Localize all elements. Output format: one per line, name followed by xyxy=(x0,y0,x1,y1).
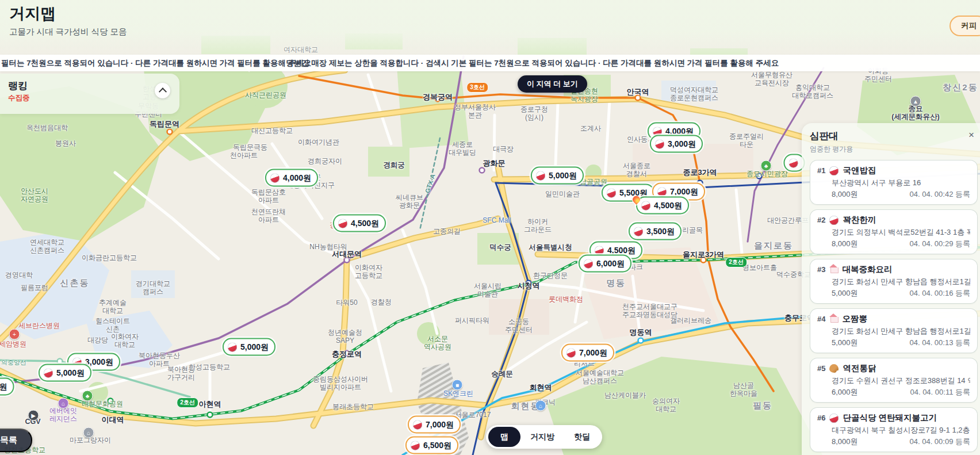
judge-list-item[interactable]: #5역전통닭경기도 수원시 권선구 정조로388번길 14 역전통닭6,000원… xyxy=(810,358,978,403)
ranking-panel: 랭킹 수집중 xyxy=(0,74,179,114)
price-marker[interactable]: 3,000원 xyxy=(650,135,703,153)
coffee-filter-button[interactable]: 커피 xyxy=(950,16,980,36)
registered-time: 04. 04. 00:13 등록 xyxy=(909,338,970,348)
bowl-logo-icon xyxy=(413,420,422,429)
ball-icon xyxy=(829,216,839,225)
chevron-up-icon xyxy=(158,87,166,95)
rank-label: #5 xyxy=(817,364,825,373)
judge-list-item[interactable]: #6단골식당 연탄돼지불고기대구광역시 북구 칠성시장로7길 9-1 1,2층8… xyxy=(810,407,978,452)
price-marker[interactable]: 4,000원 xyxy=(265,169,318,187)
restaurant-name: 꽉찬한끼 xyxy=(843,215,876,225)
price-marker[interactable]: 5,000원 xyxy=(223,338,275,356)
price-marker[interactable]: 5,000원 xyxy=(39,364,91,382)
nav-tab-맵[interactable]: 맵 xyxy=(488,427,520,447)
price-marker[interactable]: 3,500원 xyxy=(629,223,682,240)
judge-list-item[interactable]: #3대복중화요리경기도 화성시 만세구 향남읍 행정서로1길 13-15 1층…… xyxy=(810,259,978,304)
notice-ticker: 필터는 7천원으로 적용되어 있습니다 · 다른 가격대를 원하시면 가격 필터… xyxy=(0,55,980,71)
bowl-logo-icon xyxy=(595,246,604,255)
bowl-logo-icon xyxy=(44,368,53,377)
rank-label: #1 xyxy=(817,166,825,175)
rank-label: #6 xyxy=(817,414,825,422)
ticker-message-right: 당분간 매장 제보는 상한을 적용합니다 · 검색시 기본 필터는 7천원으로 … xyxy=(286,58,779,68)
price-marker[interactable]: 6,500원 xyxy=(405,437,458,454)
bowl-logo-icon xyxy=(338,219,347,228)
price-marker[interactable]: 6,000원 xyxy=(579,255,631,273)
price-marker[interactable]: 5,000원 xyxy=(531,167,584,185)
rank-label: #3 xyxy=(817,265,825,274)
gejimap-app: 여자대학교한성과학고등학교무악동주민센터사직근린공원옥천범음대학봉원사안산도시자… xyxy=(0,0,980,455)
house-icon xyxy=(829,316,838,323)
marker-price-label: 5,000원 xyxy=(549,170,577,181)
marker-price-label: 4,500원 xyxy=(654,200,682,211)
marker-price-label: 원 xyxy=(0,381,7,392)
price-marker[interactable]: 7,000원 xyxy=(408,416,461,434)
restaurant-name: 국앤밥집 xyxy=(843,165,876,176)
marker-price-label: 5,000원 xyxy=(56,368,85,378)
ball-icon xyxy=(829,414,839,423)
judge-item-header: #4오짬뽕 xyxy=(817,313,970,324)
marker-price-label: 4,500원 xyxy=(607,245,636,255)
nav-tab-거지방[interactable]: 거지방 xyxy=(520,427,564,447)
close-icon[interactable]: × xyxy=(968,130,974,140)
bowl-logo-icon xyxy=(789,158,798,167)
ticker-message-left: 필터는 7천원으로 적용되어 있습니다 · 다른 가격대를 원하시면 가격 필터… xyxy=(1,58,311,68)
marker-price-label: 7,000원 xyxy=(426,419,454,430)
judge-item-meta: 8,000원04. 04. 00:09 등록 xyxy=(832,437,970,447)
ball-icon xyxy=(829,166,839,175)
restaurant-name: 대복중화요리 xyxy=(842,264,892,275)
judge-panel: 심판대 엄중한 평가용 × #1국앤밥집부산광역시 서구 부용로 168,000… xyxy=(802,123,980,455)
judge-item-meta: 5,000원04. 04. 00:16 등록 xyxy=(832,288,970,299)
price-value: 5,000원 xyxy=(832,288,858,299)
marker-price-label: 7,000원 xyxy=(579,347,607,358)
marker-price-label: 6,000원 xyxy=(596,258,625,269)
marker-price-label: 5,000원 xyxy=(240,342,269,352)
judge-panel-sub: 엄중한 평가용 xyxy=(810,144,978,154)
price-value: 5,000원 xyxy=(832,338,858,348)
judge-list-item[interactable]: #4오짬뽕경기도 화성시 만세구 향남읍 행정서로1길 31-22 1층…5,0… xyxy=(810,308,978,353)
judge-item-header: #6단골식당 연탄돼지불고기 xyxy=(817,412,970,423)
restaurant-address: 부산광역시 서구 부용로 16 xyxy=(832,178,970,188)
judge-item-header: #1국앤밥집 xyxy=(817,165,970,176)
judge-item-meta: 8,000원04. 04. 00:42 등록 xyxy=(832,189,970,200)
marker-price-label: 6,500원 xyxy=(423,440,451,450)
price-value: 8,000원 xyxy=(832,189,858,200)
restaurant-name: 오짬뽕 xyxy=(842,313,867,324)
registered-time: 04. 04. 00:11 등록 xyxy=(910,387,970,397)
marker-price-label: 7,000원 xyxy=(670,186,698,197)
price-value: 8,000원 xyxy=(832,239,858,249)
bowl-logo-icon xyxy=(228,342,237,351)
price-value: 6,000원 xyxy=(832,387,858,397)
bowl-logo-icon xyxy=(607,188,616,197)
judge-list-item[interactable]: #1국앤밥집부산광역시 서구 부용로 168,000원04. 04. 00:42… xyxy=(810,160,978,205)
list-view-button[interactable]: 목록 xyxy=(0,429,32,452)
judge-list-item[interactable]: #2꽉찬한끼경기도 의정부시 백석로52번길 41-3 1층 꽉찬한끼8,000… xyxy=(810,209,978,254)
price-marker[interactable]: 4,500원 xyxy=(333,215,386,232)
price-marker[interactable]: 7,000원 xyxy=(561,344,614,362)
chicken-icon xyxy=(829,364,839,373)
price-marker[interactable]: 4,500원 xyxy=(636,197,689,215)
bowl-logo-icon xyxy=(270,173,280,182)
restaurant-address: 경기도 의정부시 백석로52번길 41-3 1층 꽉찬한끼 xyxy=(832,227,970,238)
marker-price-label: 3,000원 xyxy=(668,139,696,149)
bowl-logo-icon xyxy=(536,171,545,180)
registered-time: 04. 04. 00:29 등록 xyxy=(909,239,970,249)
page-title: 거지맵 xyxy=(9,3,56,24)
bowl-logo-icon xyxy=(411,441,420,450)
registered-time: 04. 04. 00:16 등록 xyxy=(909,288,970,299)
restaurant-address: 대구광역시 북구 칠성시장로7길 9-1 1,2층 xyxy=(832,425,970,435)
judge-item-list: #1국앤밥집부산광역시 서구 부용로 168,000원04. 04. 00:42… xyxy=(810,160,978,455)
restaurant-name: 역전통닭 xyxy=(843,363,876,374)
restaurant-address: 경기도 수원시 권선구 정조로388번길 14 역전통닭 xyxy=(832,376,970,386)
collapse-button[interactable] xyxy=(155,83,170,98)
rank-label: #2 xyxy=(817,216,825,224)
house-icon xyxy=(829,266,838,274)
marker-price-label: 4,000원 xyxy=(283,173,311,183)
marker-price-label: 3,500원 xyxy=(646,226,675,236)
marker-price-label: 3,000원 xyxy=(85,357,113,367)
registered-time: 04. 04. 00:42 등록 xyxy=(909,189,970,200)
restaurant-name: 단골식당 연탄돼지불고기 xyxy=(843,412,937,423)
price-value: 8,000원 xyxy=(832,437,858,447)
load-more-area-button[interactable]: 이 지역 더 보기 xyxy=(518,75,587,93)
rank-label: #4 xyxy=(817,315,825,323)
nav-tab-핫딜[interactable]: 핫딜 xyxy=(564,427,600,447)
